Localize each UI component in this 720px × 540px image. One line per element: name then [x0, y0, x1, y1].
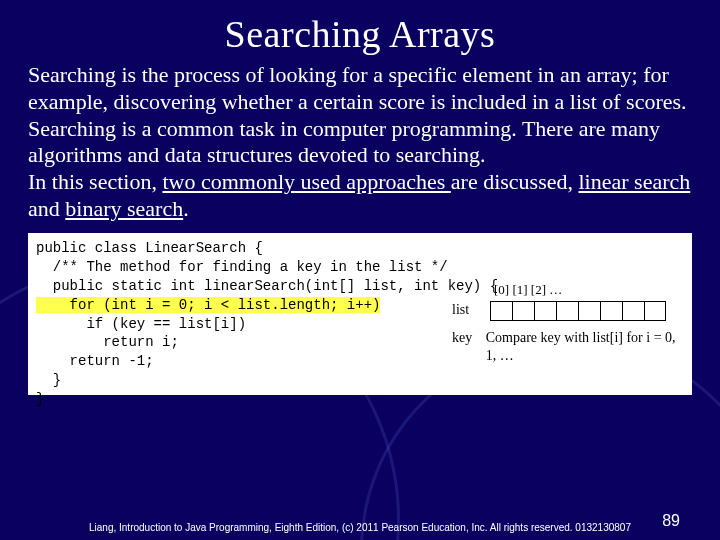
- array-cell: [578, 301, 600, 321]
- array-cell: [534, 301, 556, 321]
- array-cells: [490, 301, 666, 321]
- footer-citation: Liang, Introduction to Java Programming,…: [0, 522, 720, 534]
- array-cell: [556, 301, 578, 321]
- paragraph-2c: are discussed,: [451, 169, 579, 194]
- code-line-3: public static int linearSearch(int[] lis…: [36, 278, 498, 294]
- underline-approaches: two commonly used approaches: [162, 169, 450, 194]
- code-line-2: /** The method for finding a key in the …: [36, 259, 448, 275]
- array-diagram: [0] [1] [2] … list key Compare key with …: [452, 281, 682, 366]
- code-line-5: if (key == list[i]): [36, 316, 246, 332]
- underline-linear: linear search: [579, 169, 691, 194]
- array-cell: [600, 301, 622, 321]
- key-label: key: [452, 329, 486, 367]
- body-text: Searching is the process of looking for …: [28, 62, 692, 223]
- key-description: Compare key with list[i] for i = 0, 1, …: [486, 329, 682, 367]
- array-cell: [622, 301, 644, 321]
- code-line-6: return i;: [36, 334, 179, 350]
- paragraph-2g: .: [183, 196, 189, 221]
- paragraph-1: Searching is the process of looking for …: [28, 62, 687, 167]
- array-cell: [490, 301, 512, 321]
- code-line-8: }: [36, 372, 61, 388]
- list-label: list: [452, 301, 490, 320]
- paragraph-2e: and: [28, 196, 65, 221]
- code-line-9: }: [36, 391, 44, 407]
- code-box: public class LinearSearch { /** The meth…: [28, 233, 692, 395]
- underline-binary: binary search: [65, 196, 183, 221]
- array-cell: [512, 301, 534, 321]
- array-cell: [644, 301, 666, 321]
- paragraph-2a: In this section,: [28, 169, 162, 194]
- slide: Searching Arrays Searching is the proces…: [0, 0, 720, 540]
- code-line-1: public class LinearSearch {: [36, 240, 263, 256]
- slide-title: Searching Arrays: [28, 12, 692, 56]
- page-number: 89: [662, 512, 680, 530]
- code-line-7: return -1;: [36, 353, 154, 369]
- code-line-4-highlight: for (int i = 0; i < list.length; i++): [36, 297, 380, 313]
- index-labels: [0] [1] [2] …: [494, 281, 682, 299]
